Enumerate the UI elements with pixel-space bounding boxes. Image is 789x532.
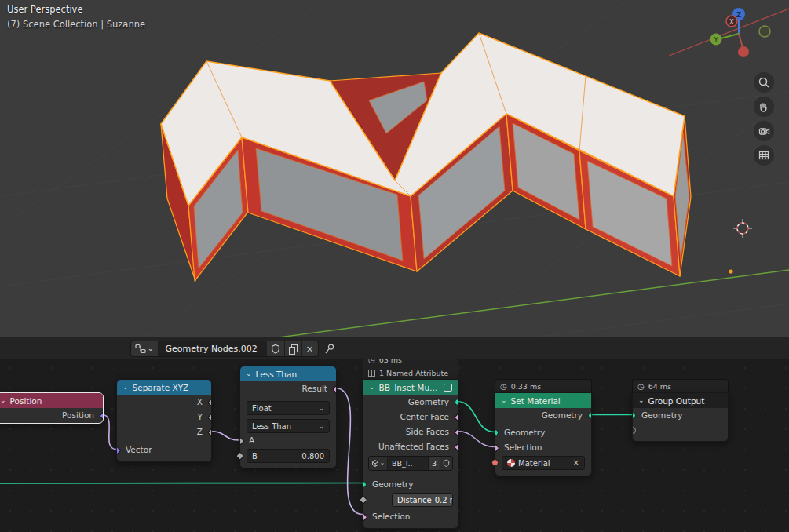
unaffected-faces-output-row: Unaffected Faces — [363, 439, 458, 454]
group-name-field[interactable]: BB_I.. — [388, 457, 429, 470]
collapse-icon[interactable]: ⌄ — [246, 370, 252, 377]
socket-virtual-input[interactable] — [633, 427, 636, 434]
node-tree-selector: ⌄ Geometry Nodes.002 × — [130, 341, 319, 357]
socket-geometry-output[interactable] — [588, 412, 591, 419]
socket-position-output[interactable] — [99, 411, 103, 420]
browse-group-button[interactable]: ⌄ — [369, 457, 388, 470]
node-less-than-header[interactable]: ⌄ Less Than — [240, 366, 336, 381]
input-label: Geometry — [641, 410, 682, 420]
wire-sidefaces-selection — [457, 432, 495, 447]
socket-selection-input[interactable] — [495, 443, 499, 452]
operation-dropdown[interactable]: Less Than ⌄ — [247, 419, 330, 433]
node-separate-xyz-header[interactable]: ⌄ Separate XYZ — [117, 380, 211, 395]
geometry-input-row: Geometry — [363, 477, 458, 492]
distance-field[interactable]: Distance 0.2 m — [392, 493, 453, 507]
camera-icon — [758, 125, 770, 137]
axis-y-line — [267, 270, 789, 337]
collapse-icon[interactable]: ⌄ — [0, 397, 6, 404]
users-count-button[interactable]: 3 — [429, 457, 440, 470]
material-field[interactable]: Material × — [502, 456, 585, 470]
geometry-input-row: Geometry — [495, 425, 591, 440]
socket-selection-input[interactable] — [363, 512, 367, 521]
mesh-object[interactable] — [161, 33, 691, 281]
output-y-row: Y — [117, 410, 211, 425]
fake-user-toggle[interactable] — [440, 457, 452, 470]
node-inset-header[interactable]: ⌄ BB_Inset Multiple — [363, 380, 458, 395]
collapse-icon[interactable]: ⌄ — [369, 384, 375, 391]
material-input-row: Material × — [495, 455, 591, 471]
ortho-grid-button[interactable] — [754, 145, 774, 166]
zoom-button[interactable] — [754, 72, 774, 93]
node-group-output-header[interactable]: ⌄ Group Output — [633, 393, 728, 408]
pan-button[interactable] — [754, 97, 774, 117]
navigation-gizmo[interactable]: Z X Y — [703, 3, 776, 69]
node-position[interactable]: ⌄ Position Position — [0, 392, 104, 424]
input-vector-row: Vector — [117, 443, 211, 457]
b-value-field[interactable]: B 0.800 — [247, 449, 330, 463]
node-bb-inset-multiple[interactable]: ⌄ BB_Inset Multiple Geometry Center Face… — [363, 379, 458, 529]
pin-icon — [323, 343, 335, 355]
unlink-datablock-button[interactable]: × — [302, 341, 318, 356]
browse-node-tree-button[interactable]: ⌄ — [131, 341, 159, 356]
socket-a-input[interactable] — [240, 436, 244, 445]
node-separate-xyz[interactable]: ⌄ Separate XYZ X Y Z Vector — [116, 379, 212, 462]
chevron-down-icon: ⌄ — [148, 345, 154, 352]
gizmo-axis-x[interactable] — [738, 46, 749, 57]
collapse-icon[interactable]: ⌄ — [122, 384, 129, 391]
output-label: Result — [302, 384, 327, 393]
node-title: Position — [10, 396, 42, 406]
node-position-header[interactable]: ⌄ Position — [0, 393, 103, 408]
socket-unaffected-faces-output[interactable] — [454, 443, 458, 451]
named-attribute-label: 1 Named Attribute — [379, 369, 448, 377]
selection-input-row: Selection — [495, 440, 591, 455]
data-type-dropdown[interactable]: Float ⌄ — [247, 401, 330, 415]
camera-view-button[interactable] — [754, 121, 774, 141]
socket-side-faces-output[interactable] — [454, 428, 458, 436]
input-label: Selection — [504, 443, 542, 452]
hand-icon — [758, 100, 770, 113]
field-label: Distance — [397, 496, 432, 505]
socket-center-face-output[interactable] — [454, 413, 458, 421]
socket-result-output[interactable] — [332, 384, 336, 393]
socket-geometry-input[interactable] — [363, 481, 367, 488]
node-less-than[interactable]: ⌄ Less Than Result Float ⌄ Less Than ⌄ — [239, 366, 337, 468]
wire-inset-setmaterial-geometry — [457, 402, 495, 432]
collapse-icon[interactable]: ⌄ — [638, 397, 645, 404]
fake-user-button[interactable] — [267, 341, 285, 356]
close-icon[interactable]: × — [573, 459, 579, 467]
gizmo-y-label: Y — [713, 36, 718, 44]
socket-geometry-input[interactable] — [495, 429, 499, 436]
output-x-row: X — [117, 395, 211, 410]
socket-y-output[interactable] — [207, 413, 211, 421]
input-label: Geometry — [504, 428, 545, 437]
chevron-down-icon: ⌄ — [380, 461, 385, 466]
viewport-3d[interactable]: User Perspective (7) Scene Collection | … — [0, 0, 789, 337]
socket-z-output[interactable] — [207, 428, 211, 436]
node-editor-header: ⌄ Geometry Nodes.002 × — [0, 337, 789, 359]
socket-material-input[interactable] — [491, 459, 499, 466]
node-tree-name-field[interactable]: Geometry Nodes.002 — [159, 341, 267, 356]
node-set-material[interactable]: ⌄ Set Material Geometry Geometry Selecti… — [495, 392, 592, 476]
socket-geometry-input[interactable] — [633, 412, 636, 419]
shield-icon — [443, 459, 450, 468]
input-label: Vector — [126, 445, 152, 454]
socket-x-output[interactable] — [207, 398, 211, 406]
socket-geometry-output[interactable] — [455, 399, 458, 406]
blender-window: User Perspective (7) Scene Collection | … — [0, 0, 789, 532]
node-group-output[interactable]: ⌄ Group Output Geometry — [632, 392, 729, 442]
wire-result-selection — [335, 388, 363, 515]
node-set-material-header[interactable]: ⌄ Set Material — [495, 393, 591, 408]
geometry-node-editor[interactable]: ⌄ Geometry Nodes.002 × — [0, 337, 789, 532]
operation-row: Less Than ⌄ — [240, 419, 336, 433]
pin-button[interactable] — [322, 341, 336, 355]
zoom-icon — [758, 76, 770, 89]
gizmo-axis-y-neg[interactable] — [759, 26, 770, 37]
collapse-icon[interactable]: ⌄ — [501, 397, 507, 404]
socket-vector-input[interactable] — [117, 446, 121, 454]
object-origin-dot — [729, 269, 732, 273]
new-copy-button[interactable] — [285, 341, 302, 356]
clock-icon: ◷ — [637, 383, 645, 391]
output-label: Side Faces — [406, 427, 449, 436]
close-icon: × — [306, 344, 314, 354]
side-faces-output-row: Side Faces — [363, 425, 458, 439]
